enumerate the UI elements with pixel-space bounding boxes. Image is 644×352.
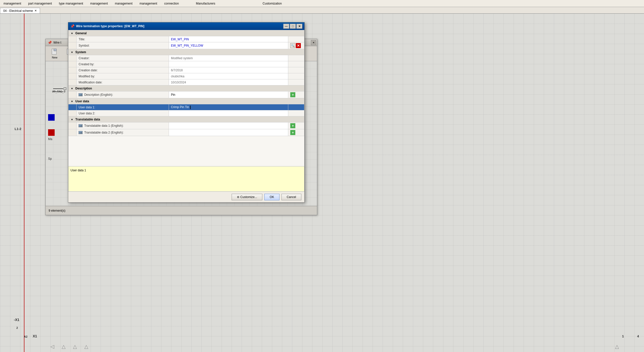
nav-arrow-right2[interactable]: △ bbox=[73, 343, 77, 349]
label-symbol: Symbol: bbox=[77, 42, 169, 49]
action-creation-date bbox=[288, 67, 304, 73]
diagram-area: -X1 A2 X1 2 1 4 L1-2 📌 Wire t ✕ bbox=[0, 14, 644, 352]
nav-arrow-right[interactable]: △ bbox=[62, 343, 65, 349]
dialog-title-icon: 📌 bbox=[70, 24, 75, 28]
dialog-close-btn[interactable]: ✕ bbox=[296, 24, 302, 29]
action-modification-date bbox=[288, 79, 304, 85]
tab-electrical-scheme[interactable]: 04 - Electrical scheme ✕ bbox=[0, 8, 40, 13]
section-general-header: ▼ General bbox=[68, 30, 304, 36]
action-user-data-2 bbox=[288, 110, 304, 116]
value-title[interactable]: EW_WT_PIN bbox=[169, 36, 288, 42]
section-translatable-header: ▼ Translatable data bbox=[68, 116, 304, 122]
trans1-add-btn[interactable]: + bbox=[290, 123, 295, 128]
symbol-lookup-btn[interactable]: 🔍 bbox=[290, 43, 295, 48]
section-user-data-row: ▼ User data bbox=[68, 98, 304, 104]
section-description-header: ▼ Description bbox=[68, 85, 304, 91]
row-indent bbox=[68, 36, 77, 42]
action-created-by bbox=[288, 61, 304, 67]
value-symbol[interactable]: EW_WT_PIN_YELLOW bbox=[169, 42, 288, 49]
row-description-english: AB Description (English): Pin + bbox=[68, 91, 304, 98]
dialog-title-text: Wire termination type properties: [EW_WT… bbox=[76, 24, 144, 28]
collapse-user-data-icon[interactable]: ▼ bbox=[70, 100, 74, 103]
value-creator: Modified system bbox=[169, 55, 288, 61]
menu-management2[interactable]: management bbox=[89, 1, 109, 6]
row-indent bbox=[68, 42, 77, 49]
row-user-data-1[interactable]: User data 1: Crimp Pin Tin bbox=[68, 104, 304, 110]
section-system-label: System bbox=[75, 50, 86, 54]
customize-button[interactable]: ⚙ Customize... bbox=[232, 194, 262, 200]
symbol-actions: 🔍 ✕ bbox=[290, 43, 302, 48]
row-trans-data-2: AB Translatable data 2 (English): + bbox=[68, 129, 304, 136]
trans2-actions: + bbox=[290, 130, 302, 135]
row-indent bbox=[68, 129, 77, 136]
row-indent bbox=[68, 79, 77, 85]
desc-actions: + bbox=[290, 92, 302, 97]
action-description-english: + bbox=[288, 91, 304, 98]
action-modified-by bbox=[288, 73, 304, 79]
ok-button[interactable]: OK bbox=[264, 194, 279, 200]
collapse-description-icon[interactable]: ▼ bbox=[70, 87, 74, 90]
menu-management4[interactable]: management bbox=[138, 1, 159, 6]
row-trans-data-1: AB Translatable data 1 (English): + bbox=[68, 122, 304, 129]
menu-management3[interactable]: management bbox=[113, 1, 134, 6]
section-user-data-header: ▼ User data bbox=[68, 98, 304, 104]
dialog-maximize-btn[interactable]: □ bbox=[290, 24, 296, 29]
tab-close-icon[interactable]: ✕ bbox=[34, 9, 37, 12]
dialog-footer: ⚙ Customize... OK Cancel bbox=[68, 191, 304, 202]
value-user-data-2[interactable] bbox=[169, 110, 288, 116]
nav-arrow-right3[interactable]: △ bbox=[84, 343, 88, 349]
section-translatable-label: Translatable data bbox=[75, 118, 100, 121]
section-general-label: General bbox=[75, 31, 87, 35]
value-description-english[interactable]: Pin bbox=[169, 91, 288, 98]
customize-label: Customize... bbox=[240, 195, 257, 199]
section-translatable-row: ▼ Translatable data bbox=[68, 116, 304, 122]
nav-arrow-r1[interactable]: △ bbox=[615, 343, 619, 349]
row-indent bbox=[68, 122, 77, 129]
collapse-system-icon[interactable]: ▼ bbox=[70, 51, 74, 54]
menu-type-management[interactable]: type management bbox=[57, 1, 85, 6]
nav-arrows: ◁ △ △ △ bbox=[50, 343, 88, 349]
note-label: User data 1 bbox=[70, 169, 86, 172]
cancel-button[interactable]: Cancel bbox=[281, 194, 301, 200]
value-creation-date: 6/7/2018 bbox=[169, 67, 288, 73]
desc-add-btn[interactable]: + bbox=[290, 92, 295, 97]
label-user-data-1[interactable]: User data 1: bbox=[77, 104, 169, 110]
value-trans-data-2[interactable] bbox=[169, 129, 288, 136]
menu-bar: management part management type manageme… bbox=[0, 0, 644, 7]
collapse-translatable-icon[interactable]: ▼ bbox=[70, 118, 74, 121]
action-symbol: 🔍 ✕ bbox=[288, 42, 304, 49]
action-creator bbox=[288, 55, 304, 61]
row-indent-selected bbox=[68, 104, 77, 110]
lang-icon-2: AB bbox=[79, 131, 83, 134]
value-user-data-1[interactable]: Crimp Pin Tin bbox=[169, 104, 288, 110]
label-created-by: Created by: bbox=[77, 61, 169, 67]
menu-part-management[interactable]: part management bbox=[27, 1, 53, 6]
section-description-label: Description bbox=[75, 87, 92, 90]
tab-label: 04 - Electrical scheme bbox=[3, 9, 33, 13]
note-area: User data 1 bbox=[68, 166, 304, 191]
dialog-minimize-btn[interactable]: — bbox=[283, 24, 289, 29]
menu-management[interactable]: management bbox=[2, 1, 23, 6]
nav-arrow-left[interactable]: ◁ bbox=[50, 343, 54, 349]
properties-dialog: 📌 Wire termination type properties: [EW_… bbox=[68, 22, 305, 203]
trans2-add-btn[interactable]: + bbox=[290, 130, 295, 135]
label-modified-by: Modified by: bbox=[77, 73, 169, 79]
label-trans-data-1: AB Translatable data 1 (English): bbox=[77, 122, 169, 129]
menu-manufacturers[interactable]: Manufacturers bbox=[194, 1, 217, 6]
symbol-clear-btn[interactable]: ✕ bbox=[296, 43, 301, 48]
action-trans-data-2: + bbox=[288, 129, 304, 136]
menu-customization[interactable]: Customization bbox=[261, 1, 283, 6]
trans1-actions: + bbox=[290, 123, 302, 128]
row-indent bbox=[68, 67, 77, 73]
row-modified-by: Modified by: ckubichka bbox=[68, 73, 304, 79]
section-description-row: ▼ Description bbox=[68, 85, 304, 91]
row-indent bbox=[68, 55, 77, 61]
value-trans-data-1[interactable] bbox=[169, 122, 288, 129]
menu-connection[interactable]: connection bbox=[163, 1, 180, 6]
lang-icon: AB bbox=[79, 93, 83, 96]
row-creation-date: Creation date: 6/7/2018 bbox=[68, 67, 304, 73]
collapse-general-icon[interactable]: ▼ bbox=[70, 32, 74, 35]
section-system-header: ▼ System bbox=[68, 49, 304, 55]
label-title: Title: bbox=[77, 36, 169, 42]
action-trans-data-1: + bbox=[288, 122, 304, 129]
